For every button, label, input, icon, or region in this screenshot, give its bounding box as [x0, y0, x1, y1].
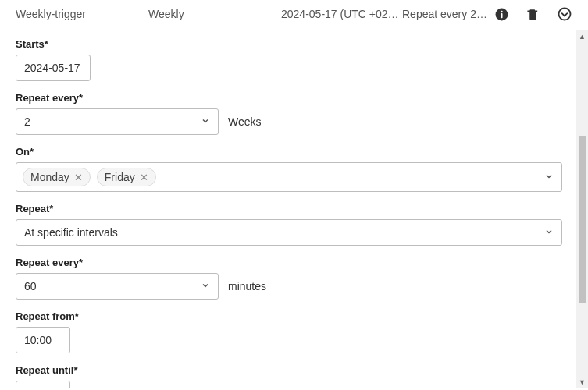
repeat-mode-select-wrap: At specific intervals — [16, 219, 562, 246]
repeat-every-minutes-value: 60 — [24, 280, 37, 292]
scrollbar-thumb[interactable] — [579, 136, 586, 303]
repeat-every-minutes-select-wrap: 60 — [16, 273, 219, 300]
collapse-icon[interactable] — [557, 6, 572, 22]
repeat-every-weeks-row: 2 Weeks — [16, 108, 572, 135]
repeat-from-label: Repeat from* — [16, 310, 572, 322]
repeat-every-minutes-select[interactable]: 60 — [16, 273, 219, 300]
svg-point-1 — [501, 10, 503, 12]
scroll-up-arrow-icon[interactable]: ▲ — [576, 30, 588, 42]
on-days-select[interactable]: Monday ✕ Friday ✕ — [16, 162, 562, 192]
chip-remove-icon[interactable]: ✕ — [140, 172, 148, 183]
repeat-until-input[interactable] — [16, 381, 70, 388]
trigger-summary: Repeat every 2 … — [402, 8, 488, 20]
svg-point-3 — [559, 9, 571, 20]
starts-input[interactable] — [16, 55, 91, 81]
chip-friday: Friday ✕ — [97, 168, 156, 186]
repeat-every-weeks-select-wrap: 2 — [16, 108, 219, 135]
repeat-every-weeks-select[interactable]: 2 — [16, 108, 219, 135]
field-repeat-every-weeks: Repeat every* 2 Weeks — [16, 92, 572, 135]
scroll-down-arrow-icon[interactable]: ▼ — [576, 376, 588, 388]
repeat-every-weeks-suffix: Weeks — [228, 115, 262, 128]
info-icon[interactable] — [494, 7, 509, 22]
repeat-every-minutes-suffix: minutes — [228, 280, 266, 292]
chip-remove-icon[interactable]: ✕ — [74, 172, 83, 183]
chevron-down-icon — [544, 171, 554, 183]
chip-label: Friday — [105, 171, 135, 183]
field-repeat-from: Repeat from* — [16, 310, 572, 353]
repeat-mode-select[interactable]: At specific intervals — [16, 219, 562, 246]
repeat-every-weeks-value: 2 — [24, 115, 30, 128]
repeat-from-input[interactable] — [16, 327, 70, 353]
trigger-date: 2024-05-17 (UTC +02… — [281, 8, 402, 20]
trigger-name: Weekly-trigger — [16, 8, 148, 20]
repeat-until-label: Repeat until* — [16, 364, 572, 376]
chevron-down-icon — [201, 115, 210, 128]
chevron-down-icon — [201, 280, 210, 292]
repeat-every-minutes-row: 60 minutes — [16, 273, 572, 300]
delete-icon[interactable] — [526, 7, 540, 22]
on-label: On* — [16, 146, 572, 158]
starts-label: Starts* — [16, 38, 572, 50]
chevron-down-icon — [544, 226, 554, 239]
trigger-type: Weekly — [148, 8, 281, 20]
trigger-header-row: Weekly-trigger Weekly 2024-05-17 (UTC +0… — [0, 0, 588, 30]
form-content: Starts* Repeat every* 2 Weeks On* — [0, 30, 588, 388]
field-on: On* Monday ✕ Friday ✕ — [16, 146, 572, 192]
repeat-mode-label: Repeat* — [16, 203, 572, 214]
field-starts: Starts* — [16, 38, 572, 81]
scrollbar-track[interactable]: ▲ ▼ — [576, 30, 588, 388]
repeat-every-weeks-label: Repeat every* — [16, 92, 572, 104]
chip-label: Monday — [30, 171, 69, 183]
header-actions — [494, 6, 572, 22]
chip-monday: Monday ✕ — [23, 168, 91, 186]
content-wrapper: Starts* Repeat every* 2 Weeks On* — [0, 30, 588, 388]
repeat-mode-value: At specific intervals — [24, 226, 118, 239]
field-repeat-until: Repeat until* — [16, 364, 572, 388]
repeat-every-minutes-label: Repeat every* — [16, 257, 572, 268]
field-repeat-mode: Repeat* At specific intervals — [16, 203, 572, 246]
field-repeat-every-minutes: Repeat every* 60 minutes — [16, 257, 572, 300]
svg-rect-2 — [501, 12, 502, 17]
